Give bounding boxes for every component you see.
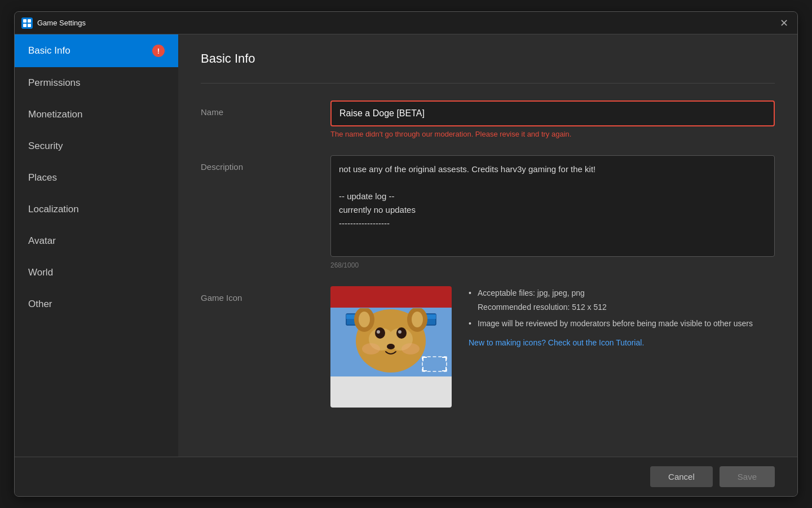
icon-requirements-list: Acceptable files: jpg, jpeg, pngRecommen… [469,286,775,331]
cancel-button[interactable]: Cancel [650,466,713,487]
game-icon-image-container[interactable] [330,286,452,408]
svg-point-20 [362,343,380,354]
crop-corner-br [442,367,447,371]
sidebar-item-security[interactable]: Security [15,130,178,162]
svg-point-11 [359,312,370,327]
sidebar-label-places: Places [28,172,57,183]
svg-rect-3 [28,24,31,27]
name-row: Name The name didn't go through our mode… [201,100,775,138]
app-icon [21,17,33,29]
svg-point-17 [377,330,380,334]
sidebar-item-permissions[interactable]: Permissions [15,67,178,99]
description-row: Description not use any of the original … [201,155,775,269]
sidebar-label-monetization: Monetization [28,109,82,120]
title-bar-left: Game Settings [21,17,86,29]
doge-svg [342,308,440,376]
save-button[interactable]: Save [720,466,775,487]
game-icon-label: Game Icon [201,286,314,303]
sidebar-label-permissions: Permissions [28,77,81,89]
sidebar-item-monetization[interactable]: Monetization [15,99,178,130]
sidebar-label-security: Security [28,141,63,152]
crop-corner-tr [442,357,447,361]
divider [201,83,775,84]
name-field-container: The name didn't go through our moderatio… [330,100,775,138]
icon-top-red-area [330,286,452,308]
window-title: Game Settings [37,19,86,27]
sidebar-item-avatar[interactable]: Avatar [15,225,178,257]
name-input[interactable] [330,100,775,126]
sidebar-label-other: Other [28,299,52,310]
svg-point-18 [398,330,401,334]
svg-point-19 [387,344,395,349]
sidebar-label-basic-info: Basic Info [28,45,70,56]
icon-requirement-1: Acceptable files: jpg, jpeg, pngRecommen… [469,286,775,314]
sidebar: Basic Info ! Permissions Monetization Se… [15,34,178,457]
game-icon-row: Game Icon [201,286,775,408]
description-label: Description [201,155,314,172]
name-label: Name [201,100,314,117]
sidebar-label-localization: Localization [28,204,79,215]
char-count: 268/1000 [330,261,775,269]
svg-point-15 [375,327,385,339]
sidebar-label-world: World [28,267,53,278]
sidebar-item-places[interactable]: Places [15,162,178,194]
svg-point-16 [396,327,407,339]
game-icon-info: Acceptable files: jpg, jpeg, pngRecommen… [469,286,775,408]
sidebar-item-basic-info[interactable]: Basic Info ! [15,34,178,67]
sidebar-item-world[interactable]: World [15,257,178,288]
title-bar: Game Settings ✕ [15,12,797,34]
footer-buttons: Cancel Save [15,457,797,496]
content-area: Basic Info ! Permissions Monetization Se… [15,34,797,457]
description-textarea[interactable]: not use any of the original assests. Cre… [330,155,775,257]
sidebar-item-localization[interactable]: Localization [15,194,178,225]
icon-requirement-2: Image will be reviewed by moderators bef… [469,317,775,331]
svg-rect-2 [23,24,27,27]
icon-tutorial-link[interactable]: New to making icons? Check out the Icon … [469,338,775,347]
game-settings-window: Game Settings ✕ Basic Info ! Permissions… [14,11,798,497]
game-icon-content: Acceptable files: jpg, jpeg, pngRecommen… [330,286,775,408]
error-badge-basic-info: ! [152,45,165,57]
svg-rect-0 [23,19,27,23]
sidebar-label-avatar: Avatar [28,235,56,247]
svg-rect-1 [28,19,31,23]
main-content: Basic Info Name The name didn't go throu… [178,34,797,457]
page-title: Basic Info [201,51,775,66]
description-field-container: not use any of the original assests. Cre… [330,155,775,269]
svg-point-12 [412,312,423,327]
svg-point-21 [401,343,420,354]
name-error-message: The name didn't go through our moderatio… [330,130,775,138]
sidebar-item-other[interactable]: Other [15,288,178,320]
icon-bottom-area [330,376,452,408]
icon-middle-area [330,308,452,376]
close-button[interactable]: ✕ [778,18,791,28]
